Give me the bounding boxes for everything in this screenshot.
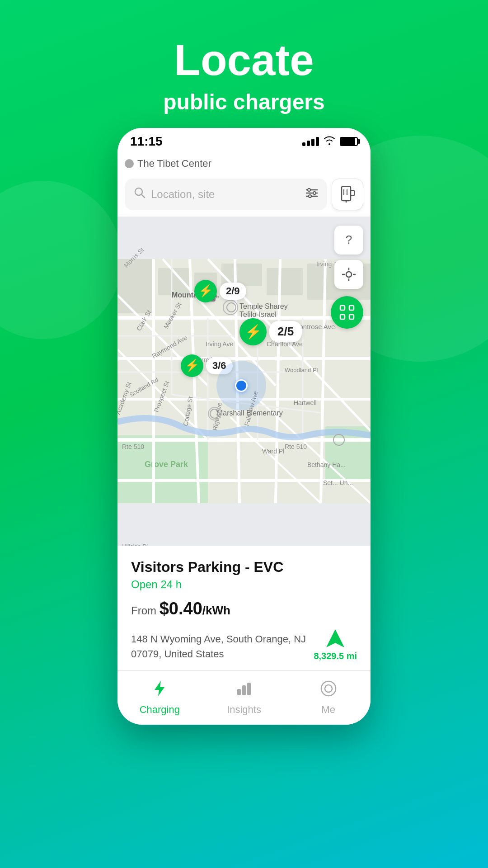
distance-text: 8,329.5 mi bbox=[314, 651, 357, 661]
price-prefix: From bbox=[131, 604, 160, 617]
svg-rect-93 bbox=[237, 689, 241, 695]
location-button[interactable] bbox=[334, 260, 363, 289]
location-dot-icon bbox=[125, 159, 134, 168]
svg-text:Irving Ave: Irving Ave bbox=[206, 340, 233, 348]
marker-1-label: 2/9 bbox=[220, 283, 246, 300]
svg-text:Tefilo-Israel: Tefilo-Israel bbox=[239, 311, 277, 318]
me-tab-icon bbox=[320, 680, 337, 701]
status-time: 11:15 bbox=[130, 134, 163, 149]
charging-tab-icon bbox=[151, 680, 168, 701]
status-bar: 11:15 bbox=[117, 128, 371, 155]
svg-point-6 bbox=[313, 192, 316, 194]
filter-icon[interactable] bbox=[305, 188, 318, 201]
me-tab-label: Me bbox=[321, 704, 335, 716]
ev-marker-1[interactable]: ⚡ 2/9 bbox=[194, 280, 246, 302]
svg-text:Hartwell: Hartwell bbox=[294, 399, 317, 406]
wifi-icon bbox=[324, 135, 335, 148]
svg-marker-92 bbox=[155, 681, 164, 696]
svg-point-5 bbox=[308, 189, 310, 191]
search-section: Location, site bbox=[117, 174, 371, 217]
svg-text:Bethany Ha...: Bethany Ha... bbox=[307, 461, 346, 468]
svg-rect-18 bbox=[267, 268, 303, 295]
svg-point-82 bbox=[346, 272, 352, 277]
svg-rect-89 bbox=[340, 315, 345, 319]
svg-text:Set... Un...: Set... Un... bbox=[323, 479, 353, 486]
phone-frame: 11:15 The Tibet Center bbox=[117, 128, 371, 725]
hero-title: Locate bbox=[0, 36, 488, 84]
address-line1: 148 N Wyoming Ave, South Orange, NJ bbox=[131, 633, 306, 645]
location-name: The Tibet Center bbox=[137, 158, 211, 170]
marker-3-circle: ⚡ bbox=[181, 354, 203, 377]
svg-rect-88 bbox=[349, 306, 354, 310]
charging-tab-label: Charging bbox=[140, 704, 180, 716]
tab-charging[interactable]: Charging bbox=[132, 680, 187, 716]
svg-text:Rte 510: Rte 510 bbox=[285, 443, 307, 450]
info-card-price: From $0.40/kWh bbox=[131, 599, 357, 618]
info-card-title: Visitors Parking - EVC bbox=[131, 559, 357, 576]
tab-bar: Charging Insights Me bbox=[117, 670, 371, 725]
svg-text:Grove Park: Grove Park bbox=[145, 460, 188, 469]
price-value: $0.40 bbox=[160, 599, 202, 618]
svg-rect-14 bbox=[117, 259, 154, 313]
info-card-status: Open 24 h bbox=[131, 578, 357, 591]
address-line2: 07079, United States bbox=[131, 648, 224, 660]
info-card: Visitors Parking - EVC Open 24 h From $0… bbox=[117, 546, 371, 670]
marker-2-circle: ⚡ bbox=[239, 318, 267, 345]
info-card-address-row: 148 N Wyoming Ave, South Orange, NJ 0707… bbox=[131, 627, 357, 661]
price-unit: /kWh bbox=[202, 604, 230, 617]
marker-2-label: 2/5 bbox=[269, 321, 302, 342]
ev-charger-button[interactable] bbox=[332, 179, 363, 210]
navigation-button[interactable]: 8,329.5 mi bbox=[314, 627, 357, 661]
battery-icon bbox=[340, 137, 358, 146]
tab-me[interactable]: Me bbox=[301, 680, 356, 716]
svg-rect-8 bbox=[342, 186, 351, 201]
location-bar: The Tibet Center bbox=[117, 155, 371, 174]
svg-rect-95 bbox=[247, 683, 251, 695]
insights-tab-icon bbox=[235, 680, 253, 701]
svg-text:Rte 510: Rte 510 bbox=[122, 443, 144, 450]
status-icons bbox=[302, 135, 358, 148]
svg-text:Temple Sharey: Temple Sharey bbox=[239, 302, 288, 310]
marker-1-circle: ⚡ bbox=[194, 280, 217, 302]
scan-button[interactable] bbox=[331, 296, 363, 329]
svg-rect-87 bbox=[340, 306, 345, 310]
svg-line-1 bbox=[141, 194, 145, 198]
svg-point-97 bbox=[325, 685, 332, 692]
help-button[interactable]: ? bbox=[334, 226, 363, 255]
svg-text:Marshall Elementary: Marshall Elementary bbox=[217, 409, 283, 417]
tab-insights[interactable]: Insights bbox=[217, 680, 271, 716]
search-bar[interactable]: Location, site bbox=[125, 179, 327, 210]
svg-text:Hillside Pl: Hillside Pl bbox=[122, 543, 148, 546]
ev-marker-2[interactable]: ⚡ 2/5 bbox=[239, 318, 302, 345]
svg-text:Woodland Pl: Woodland Pl bbox=[285, 367, 318, 373]
hero-subtitle: public chargers bbox=[0, 90, 488, 114]
svg-marker-91 bbox=[326, 629, 344, 647]
search-placeholder: Location, site bbox=[151, 188, 300, 201]
insights-tab-label: Insights bbox=[227, 704, 261, 716]
svg-point-96 bbox=[321, 681, 336, 696]
hero-section: Locate public chargers bbox=[0, 0, 488, 128]
svg-rect-90 bbox=[349, 315, 354, 319]
map-area[interactable]: Grove Park bbox=[117, 217, 371, 546]
svg-text:Ward Pl: Ward Pl bbox=[262, 448, 284, 455]
svg-point-7 bbox=[309, 195, 311, 198]
signal-icon bbox=[302, 137, 319, 146]
search-icon bbox=[134, 187, 145, 202]
svg-rect-94 bbox=[242, 685, 246, 695]
info-card-address: 148 N Wyoming Ave, South Orange, NJ 0707… bbox=[131, 632, 306, 661]
